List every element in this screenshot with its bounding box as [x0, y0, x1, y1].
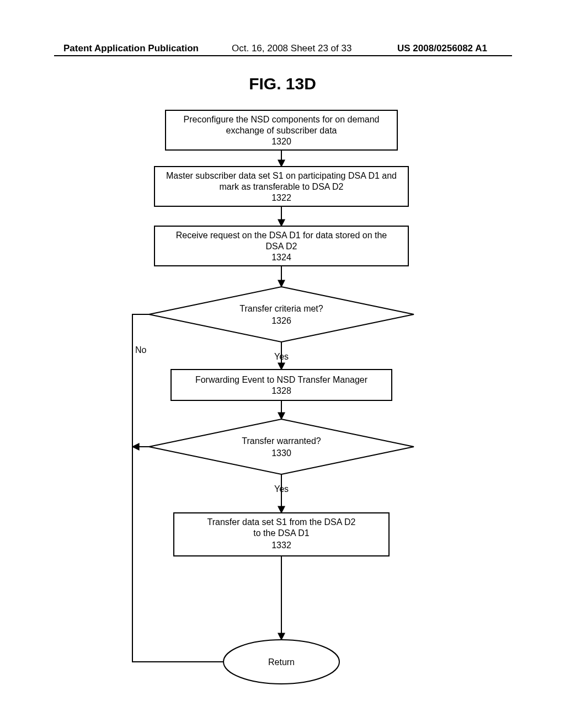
connector-no: [132, 314, 259, 662]
step-1324-num: 1324: [271, 253, 291, 262]
label-yes1: Yes: [274, 352, 289, 361]
step-1322-text1: Master subscriber data set S1 on partici…: [166, 171, 397, 180]
header-rule: [54, 55, 512, 56]
step-1320-text1: Preconfigure the NSD components for on d…: [184, 115, 380, 124]
step-1320-text2: exchange of subscriber data: [226, 126, 337, 135]
decision-1326-num: 1326: [271, 316, 291, 325]
decision-1330-num: 1330: [271, 448, 291, 458]
flowchart: Preconfigure the NSD components for on d…: [88, 110, 475, 695]
decision-1330-text: Transfer warranted?: [242, 436, 321, 446]
step-1328: [171, 370, 392, 400]
step-1324-text1: Receive request on the DSA D1 for data s…: [176, 231, 387, 240]
step-1328-num: 1328: [271, 386, 291, 395]
step-1332-text2: to the DSA D1: [253, 528, 309, 538]
label-yes2: Yes: [274, 484, 289, 494]
header-right: US 2008/0256082 A1: [397, 43, 487, 54]
step-1328-text: Forwarding Event to NSD Transfer Manager: [195, 375, 368, 384]
header-mid: Oct. 16, 2008 Sheet 23 of 33: [232, 43, 351, 54]
step-1322-num: 1322: [271, 193, 291, 202]
header-left: Patent Application Publication: [63, 43, 199, 54]
decision-1326: [149, 287, 414, 342]
label-no: No: [135, 345, 147, 355]
decision-1330: [149, 419, 414, 474]
step-1332-text1: Transfer data set S1 from the DSA D2: [207, 517, 356, 527]
step-1322-text2: mark as transferable to DSA D2: [220, 182, 344, 191]
step-1320-num: 1320: [271, 137, 291, 146]
figure-title: FIG. 13D: [0, 74, 565, 93]
decision-1326-text: Transfer criteria met?: [239, 304, 323, 313]
terminator-return-text: Return: [268, 657, 295, 667]
step-1324-text2: DSA D2: [266, 242, 297, 251]
step-1332-num: 1332: [271, 540, 291, 550]
